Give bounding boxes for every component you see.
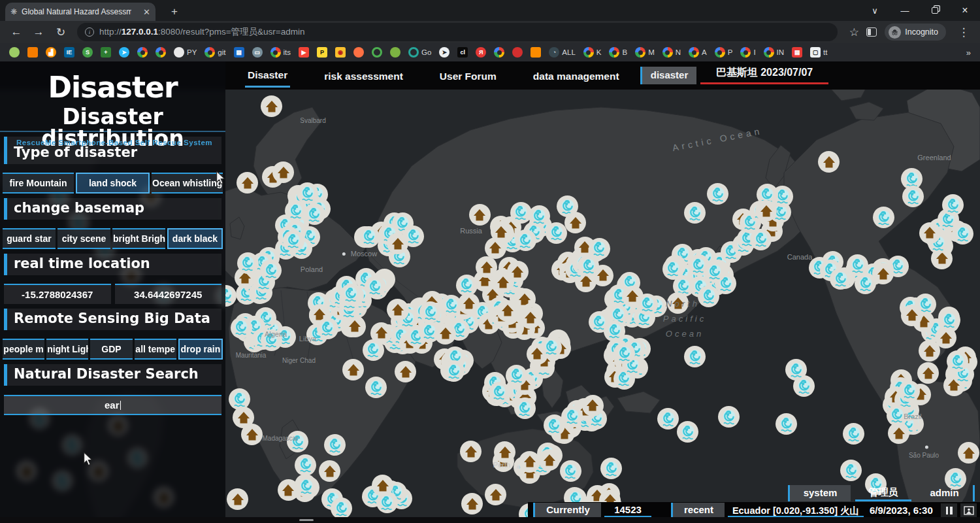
map-marker-wave[interactable] <box>506 365 527 386</box>
bookmark-item[interactable]: cl <box>457 47 468 58</box>
map-marker-house[interactable] <box>493 271 514 293</box>
map-marker-wave[interactable] <box>840 460 862 481</box>
map-marker-wave[interactable] <box>324 434 346 456</box>
bookmark-item[interactable]: ▭ <box>252 47 263 58</box>
nav-tab-data-management[interactable]: data management <box>531 65 622 87</box>
map-marker-wave[interactable] <box>684 346 706 367</box>
bookmark-item[interactable]: ▤ <box>234 47 244 58</box>
window-chevron-icon[interactable]: ∨ <box>860 0 890 21</box>
map-marker-wave[interactable] <box>561 406 583 428</box>
map-marker-wave[interactable] <box>855 273 876 294</box>
bookmark-item[interactable]: N <box>662 47 681 58</box>
map-marker-wave[interactable] <box>456 275 478 296</box>
map-marker-wave[interactable] <box>684 202 706 224</box>
reload-icon[interactable]: ↻ <box>51 25 71 39</box>
horizontal-scrollbar[interactable] <box>0 517 980 523</box>
back-icon[interactable]: ← <box>7 25 26 39</box>
bookmark-item[interactable]: IN <box>764 47 785 58</box>
nav-tab-user-forum[interactable]: User Forum <box>437 65 499 87</box>
map-marker-wave[interactable] <box>657 408 679 430</box>
bookmark-item[interactable]: S <box>82 47 93 58</box>
map-marker-wave[interactable] <box>887 405 908 426</box>
map-marker-house[interactable] <box>241 424 263 445</box>
map-marker-wave[interactable] <box>331 498 352 519</box>
map-marker-wave[interactable] <box>365 276 386 297</box>
map-marker-wave[interactable] <box>636 294 658 315</box>
window-minimize-button[interactable]: — <box>890 0 920 21</box>
window-close-button[interactable]: × <box>950 0 980 21</box>
bookmark-item[interactable]: ➤ <box>439 47 449 58</box>
map-marker-wave[interactable] <box>231 317 252 339</box>
map-marker-house[interactable] <box>494 441 515 463</box>
screenshot-button[interactable] <box>960 503 977 517</box>
scrollbar-thumb[interactable] <box>299 519 314 521</box>
map-marker-wave[interactable] <box>514 397 536 419</box>
layer-button-drop-rain[interactable]: drop rain <box>178 339 223 360</box>
role-button[interactable]: 管理员 <box>855 485 911 501</box>
bookmark-item[interactable]: PY <box>174 47 197 58</box>
bookmark-item[interactable] <box>531 47 541 58</box>
bookmark-item[interactable]: ▢tt <box>810 47 827 58</box>
map-marker-wave[interactable] <box>287 431 308 452</box>
map-marker-wave[interactable] <box>283 230 304 252</box>
map-marker-house[interactable] <box>497 300 518 322</box>
bookmark-item[interactable] <box>390 47 400 58</box>
kebab-menu-icon[interactable]: ⋮ <box>954 25 973 39</box>
bookmark-item[interactable]: ▶ <box>299 47 309 58</box>
map-marker-house[interactable] <box>582 395 604 416</box>
map-marker-wave[interactable] <box>902 186 924 207</box>
disaster-search-input[interactable]: ear <box>4 395 221 415</box>
basemap-button-bright-brigh[interactable]: bright Brigh <box>112 228 165 249</box>
type-button-ocean-whistling[interactable]: Ocean whistling <box>152 173 223 194</box>
map-marker-house[interactable] <box>461 493 483 515</box>
side-panel-icon[interactable] <box>866 27 877 37</box>
map-marker-house[interactable] <box>387 299 409 321</box>
map-marker-wave[interactable] <box>873 207 894 228</box>
nav-tab-disaster[interactable]: Disaster <box>245 63 290 88</box>
map-marker-house[interactable] <box>818 151 840 173</box>
bookmark-item[interactable]: ➤ <box>119 47 129 58</box>
map-marker-wave[interactable] <box>260 260 282 281</box>
bookmark-item[interactable]: ▟ <box>46 47 56 58</box>
address-bar[interactable]: i http://127.0.0.1:8080/result?pms=管理员&u… <box>77 23 838 41</box>
bookmark-item[interactable]: ◉ <box>335 47 346 58</box>
bookmarks-overflow-icon[interactable]: » <box>966 48 971 58</box>
map-marker-wave[interactable] <box>365 377 387 398</box>
disaster-button[interactable]: disaster <box>640 67 696 84</box>
map-marker-house[interactable] <box>491 221 512 243</box>
map-marker-house[interactable] <box>485 484 506 505</box>
map-marker-wave[interactable] <box>939 309 960 331</box>
map-marker-house[interactable] <box>272 161 294 183</box>
bookmark-item[interactable]: P <box>715 47 733 58</box>
layer-button-gdp[interactable]: GDP <box>90 339 132 360</box>
map-marker-wave[interactable] <box>540 337 562 358</box>
basemap-button-guard-star[interactable]: guard star <box>3 228 56 249</box>
bookmark-item[interactable] <box>372 47 382 58</box>
map-marker-house[interactable] <box>460 441 482 462</box>
currently-button[interactable]: Currently <box>533 503 601 518</box>
incognito-badge[interactable]: Incognito <box>885 24 946 41</box>
map-marker-house[interactable] <box>564 212 586 233</box>
map-marker-house[interactable] <box>538 449 560 471</box>
recent-event-label[interactable]: Ecuador [0.020,-91.350] 火山 <box>728 503 864 518</box>
recent-button[interactable]: recent <box>671 503 725 518</box>
map-area[interactable]: SvalbardArctic OceanGreenlandRussiaMosco… <box>0 61 980 523</box>
map-marker-house[interactable] <box>387 233 408 254</box>
map-marker-wave[interactable] <box>688 254 710 276</box>
map-marker-wave[interactable] <box>843 423 864 445</box>
event-label[interactable]: 巴基斯坦 2023/07/07 <box>700 66 828 84</box>
bookmark-item[interactable]: B <box>609 47 627 58</box>
map-marker-house[interactable] <box>342 359 364 380</box>
map-marker-wave[interactable] <box>613 343 635 364</box>
map-marker-wave[interactable] <box>707 183 728 205</box>
layer-button-all-tempe[interactable]: all tempe <box>135 339 176 360</box>
bookmark-item[interactable] <box>353 47 364 58</box>
bookmark-item[interactable]: P <box>317 47 327 58</box>
bookmark-item[interactable]: ▤ <box>792 47 802 58</box>
bookmark-item[interactable]: + <box>101 47 111 58</box>
map-marker-house[interactable] <box>395 361 416 382</box>
map-marker-house[interactable] <box>227 488 248 510</box>
map-marker-wave[interactable] <box>419 301 441 323</box>
bookmark-item[interactable]: I <box>740 47 755 58</box>
map-marker-wave[interactable] <box>677 421 698 443</box>
